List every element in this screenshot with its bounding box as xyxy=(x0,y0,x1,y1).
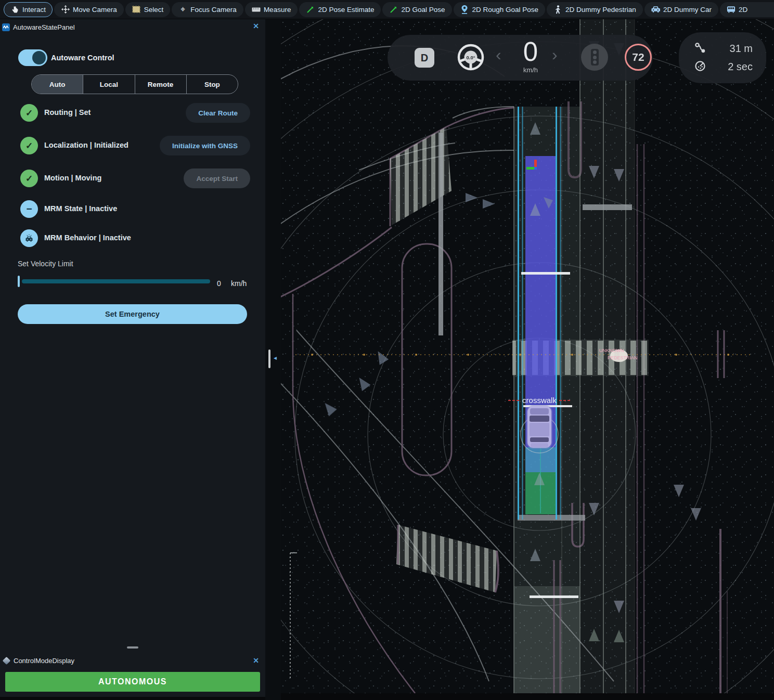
panel-title: ControlModeDisplay xyxy=(14,657,74,665)
panel-splitter: ◂ xyxy=(265,19,281,700)
crosswalk-label: crosswalk xyxy=(522,396,557,405)
autoware-state-panel-header: AutowareStatePanel ✕ xyxy=(0,19,265,35)
velocity-limit-label: Set Velocity Limit xyxy=(18,260,73,268)
autoware-control-label: Autoware Control xyxy=(51,54,114,62)
toolbar-label: Focus Camera xyxy=(190,6,237,14)
measure-icon xyxy=(252,5,261,14)
autoware-rviz-window: Interact Move Camera Select ⌖ Focus Came… xyxy=(0,0,774,700)
toolbar-label: Select xyxy=(144,6,164,14)
dummy-bus-icon xyxy=(727,5,736,14)
toolbar-button-2d-pose-estimate[interactable]: 2D Pose Estimate xyxy=(299,2,381,17)
viewport-bottom-edge xyxy=(281,693,774,700)
pose-estimate-icon xyxy=(306,5,315,14)
toolbar-button-interact[interactable]: Interact xyxy=(4,2,53,17)
chevron-left-icon: ‹ xyxy=(496,46,501,63)
status-row-routing: ✓ Routing | Set Clear Route xyxy=(18,102,250,123)
autoware-control-toggle[interactable] xyxy=(18,49,47,66)
rough-goal-pose-icon xyxy=(460,5,469,14)
move-camera-icon xyxy=(61,5,70,14)
interact-icon xyxy=(10,5,19,14)
toolbar-button-2d-dummy-car[interactable]: 2D Dummy Car xyxy=(644,2,718,17)
panel-resize-handle[interactable] xyxy=(127,646,138,649)
tab-remote[interactable]: Remote xyxy=(135,75,186,94)
goal-pose-icon xyxy=(389,5,398,14)
speed-limit-badge: 72 xyxy=(625,44,652,71)
close-icon[interactable]: ✕ xyxy=(253,22,259,30)
tab-stop[interactable]: Stop xyxy=(186,75,238,94)
left-panel-column: AutowareStatePanel ✕ Autoware Control Au… xyxy=(0,19,265,700)
close-icon[interactable]: ✕ xyxy=(253,657,259,664)
route-distance-icon xyxy=(694,42,706,56)
operation-mode-tabs: Auto Local Remote Stop xyxy=(31,74,238,94)
toolbar-button-move-camera[interactable]: Move Camera xyxy=(54,2,124,17)
rviz-3d-viewport[interactable]: UNKNOWN PEDESTRIAN crosswalk xyxy=(281,19,774,700)
status-row-mrm-state: − MRM State | Inactive xyxy=(18,199,250,219)
velocity-unit: km/h xyxy=(231,279,247,288)
toolbar-button-select[interactable]: Select xyxy=(125,2,171,17)
select-icon xyxy=(132,5,141,14)
status-label: MRM Behavior | Inactive xyxy=(44,234,131,242)
autoware-panel-icon xyxy=(2,23,10,31)
velocity-slider-track[interactable] xyxy=(22,279,210,283)
toolbar-label: 2D Goal Pose xyxy=(401,6,445,14)
control-mode-indicator: AUTONOMOUS xyxy=(5,672,260,692)
speed-display: 0 km/h xyxy=(515,37,546,74)
check-icon: ✓ xyxy=(20,137,38,154)
toolbar-button-2d-dummy-pedestrian[interactable]: 2D Dummy Pedestrian xyxy=(547,2,643,17)
vehicle-status-hud: D 0.0° ‹ 0 km/h › 72 xyxy=(388,35,653,81)
steering-wheel-icon: 0.0° xyxy=(456,43,485,72)
emergency-vehicle-icon xyxy=(20,229,38,247)
toolbar-label: 2D xyxy=(739,6,747,14)
focus-camera-icon: ⌖ xyxy=(178,5,187,14)
status-label: MRM State | Inactive xyxy=(44,204,117,213)
control-mode-panel-header: ControlModeDisplay ✕ xyxy=(0,654,265,667)
gear-indicator: D xyxy=(415,48,434,68)
panel-bottom-edge xyxy=(0,697,265,700)
tab-auto[interactable]: Auto xyxy=(32,75,83,94)
tab-local[interactable]: Local xyxy=(83,75,134,94)
toolbar-button-2d-dummy-bus[interactable]: 2D xyxy=(720,2,774,17)
rviz-toolbar: Interact Move Camera Select ⌖ Focus Came… xyxy=(0,0,774,19)
toolbar-button-2d-goal-pose[interactable]: 2D Goal Pose xyxy=(382,2,452,17)
status-label: Localization | Initialized xyxy=(44,141,128,149)
map-canvas: UNKNOWN PEDESTRIAN crosswalk xyxy=(281,19,774,700)
clear-route-button[interactable]: Clear Route xyxy=(186,103,250,123)
traffic-light-icon xyxy=(581,44,608,71)
control-mode-panel-icon xyxy=(3,656,11,665)
velocity-value: 0 xyxy=(217,279,221,288)
toolbar-label: Measure xyxy=(264,6,291,14)
status-row-motion: ✓ Motion | Moving Accept Start xyxy=(18,168,250,189)
toolbar-button-measure[interactable]: Measure xyxy=(245,2,298,17)
steering-angle-value: 0.0° xyxy=(466,55,475,60)
toolbar-button-2d-rough-goal-pose[interactable]: 2D Rough Goal Pose xyxy=(454,2,546,17)
speed-value: 0 xyxy=(515,37,546,67)
panel-title: AutowareStatePanel xyxy=(13,23,75,31)
route-remaining-hud: 31 m 2 sec xyxy=(679,32,766,83)
toolbar-label: 2D Rough Goal Pose xyxy=(472,6,539,14)
toolbar-label: 2D Pose Estimate xyxy=(318,6,374,14)
status-row-localization: ✓ Localization | Initialized Initialize … xyxy=(18,135,250,156)
status-label: Motion | Moving xyxy=(44,174,101,182)
remaining-time: 2 sec xyxy=(706,61,753,73)
toolbar-button-focus-camera[interactable]: ⌖ Focus Camera xyxy=(172,2,243,17)
velocity-slider-handle[interactable] xyxy=(18,276,20,287)
toggle-knob xyxy=(32,51,46,64)
initialize-gnss-button[interactable]: Initialize with GNSS xyxy=(160,136,250,155)
toolbar-label: 2D Dummy Car xyxy=(663,6,712,14)
accept-start-button[interactable]: Accept Start xyxy=(184,168,250,188)
speed-unit: km/h xyxy=(515,66,546,74)
toolbar-label: 2D Dummy Pedestrian xyxy=(565,6,636,14)
chevron-right-icon: › xyxy=(552,46,558,63)
route-path xyxy=(525,156,556,514)
check-icon: ✓ xyxy=(20,170,38,187)
dummy-car-icon xyxy=(651,5,660,14)
panel-collapse-arrow[interactable]: ◂ xyxy=(274,354,277,361)
set-emergency-button[interactable]: Set Emergency xyxy=(18,304,247,324)
toolbar-label: Move Camera xyxy=(73,6,117,14)
toolbar-label: Interact xyxy=(22,6,46,14)
object-label-primary: PEDESTRIAN xyxy=(608,355,638,360)
splitter-scrollbar-thumb[interactable] xyxy=(268,349,270,368)
object-label-secondary: UNKNOWN xyxy=(599,348,624,353)
minus-icon: − xyxy=(20,200,38,218)
status-label: Routing | Set xyxy=(44,108,91,116)
